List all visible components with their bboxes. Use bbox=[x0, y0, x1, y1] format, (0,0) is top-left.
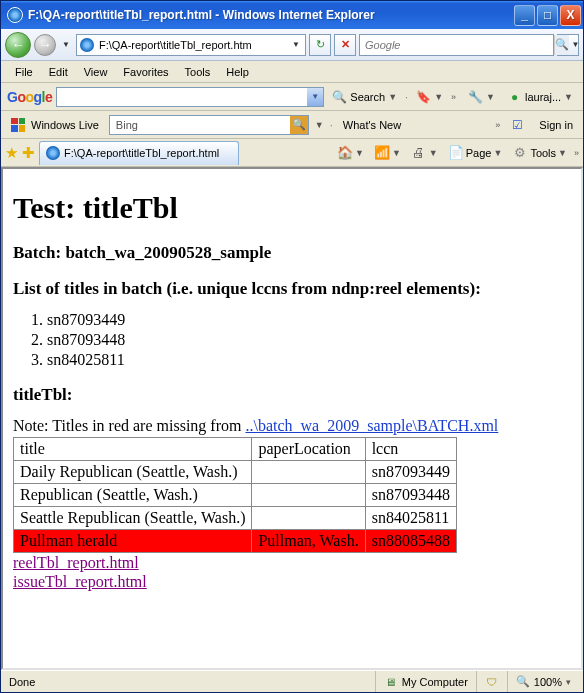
close-button[interactable]: X bbox=[560, 5, 581, 26]
magnifier-icon: 🔍 bbox=[332, 89, 347, 104]
window-title: F:\QA-report\titleTbl_report.html - Wind… bbox=[28, 8, 512, 22]
page-favicon-icon bbox=[80, 38, 94, 52]
google-more-chevron[interactable]: » bbox=[451, 92, 456, 102]
home-button[interactable]: 🏠▼ bbox=[334, 143, 367, 163]
table-header-row: title paperLocation lccn bbox=[14, 438, 457, 461]
google-search-button[interactable]: 🔍 Search ▼ bbox=[328, 87, 401, 106]
back-button[interactable]: ← bbox=[5, 32, 31, 58]
batch-xml-link[interactable]: ..\batch_wa_2009_sample\BATCH.xml bbox=[245, 417, 498, 434]
nav-history-dropdown[interactable]: ▼ bbox=[59, 40, 73, 49]
note-line: Note: Titles in red are missing from ..\… bbox=[13, 417, 571, 435]
list-heading: List of titles in batch (i.e. unique lcc… bbox=[13, 279, 571, 299]
wl-check-button[interactable]: ☑ bbox=[506, 115, 529, 134]
cell-paperlocation bbox=[252, 507, 365, 530]
title-table: title paperLocation lccn Daily Republica… bbox=[13, 437, 457, 553]
cell-title: Republican (Seattle, Wash.) bbox=[14, 484, 252, 507]
status-protected[interactable]: 🛡 bbox=[476, 671, 507, 692]
menu-tools[interactable]: Tools bbox=[177, 63, 219, 81]
forward-button[interactable]: → bbox=[34, 34, 56, 56]
google-user-button[interactable]: ● lauraj... ▼ bbox=[503, 87, 577, 106]
user-status-icon: ● bbox=[507, 89, 522, 104]
page-h1: Test: titleTbl bbox=[13, 191, 571, 225]
google-bookmarks-button[interactable]: 🔖 ▼ bbox=[412, 87, 447, 106]
minimize-button[interactable]: _ bbox=[514, 5, 535, 26]
col-title: title bbox=[14, 438, 252, 461]
address-dropdown[interactable]: ▼ bbox=[289, 40, 303, 49]
signin-label: Sign in bbox=[539, 119, 573, 131]
browser-search-box[interactable] bbox=[359, 34, 554, 56]
wrench-icon: 🔧 bbox=[468, 89, 483, 104]
maximize-button[interactable]: □ bbox=[537, 5, 558, 26]
favorites-star-icon[interactable]: ★ bbox=[5, 144, 18, 162]
menu-edit[interactable]: Edit bbox=[41, 63, 76, 81]
add-favorite-icon[interactable]: ✚ bbox=[22, 144, 35, 162]
batch-heading: Batch: batch_wa_20090528_sample bbox=[13, 243, 571, 263]
status-zone[interactable]: 🖥 My Computer bbox=[375, 671, 476, 692]
bing-search-box[interactable]: 🔍 bbox=[109, 115, 309, 135]
whats-new-button[interactable]: What's New bbox=[339, 117, 405, 133]
page-body: Test: titleTbl Batch: batch_wa_20090528_… bbox=[3, 169, 581, 599]
page-menu-button[interactable]: 📄Page▼ bbox=[445, 143, 506, 163]
google-logo-icon[interactable]: Google bbox=[7, 89, 52, 105]
table-row: Republican (Seattle, Wash.) sn87093448 bbox=[14, 484, 457, 507]
google-wrench-button[interactable]: 🔧 ▼ bbox=[464, 87, 499, 106]
address-input[interactable] bbox=[97, 36, 286, 54]
bing-search-input[interactable] bbox=[114, 118, 290, 132]
reel-report-link[interactable]: reelTbl_report.html bbox=[13, 554, 571, 572]
browser-search-input[interactable] bbox=[363, 38, 551, 52]
google-search-box[interactable]: ▼ bbox=[56, 87, 324, 107]
google-search-label: Search bbox=[350, 91, 385, 103]
issue-report-link[interactable]: issueTbl_report.html bbox=[13, 573, 571, 591]
home-icon: 🏠 bbox=[337, 145, 353, 161]
cell-paperlocation bbox=[252, 461, 365, 484]
menu-help[interactable]: Help bbox=[218, 63, 257, 81]
google-search-dropdown[interactable]: ▼ bbox=[307, 88, 323, 106]
shield-icon: 🛡 bbox=[485, 675, 499, 689]
wl-more-chevron[interactable]: » bbox=[495, 120, 500, 130]
page-icon: 📄 bbox=[448, 145, 464, 161]
chevron-down-icon: ▼ bbox=[388, 92, 397, 102]
status-zoom[interactable]: 🔍 100% ▾ bbox=[507, 671, 579, 692]
cell-lccn: sn84025811 bbox=[365, 507, 456, 530]
active-tab[interactable]: F:\QA-report\titleTbl_report.html bbox=[39, 141, 239, 165]
table-row: Daily Republican (Seattle, Wash.) sn8709… bbox=[14, 461, 457, 484]
print-button[interactable]: 🖨▼ bbox=[408, 143, 441, 163]
tab-title: F:\QA-report\titleTbl_report.html bbox=[64, 147, 219, 159]
cell-title: Seattle Republican (Seattle, Wash.) bbox=[14, 507, 252, 530]
windows-live-label: Windows Live bbox=[31, 119, 99, 131]
cell-lccn: sn88085488 bbox=[365, 530, 456, 553]
windows-live-button[interactable]: Windows Live bbox=[7, 116, 103, 134]
search-go-button[interactable]: 🔍▼ bbox=[557, 34, 579, 56]
check-icon: ☑ bbox=[510, 117, 525, 132]
refresh-button[interactable]: ↻ bbox=[309, 34, 331, 56]
menu-view[interactable]: View bbox=[76, 63, 116, 81]
content-viewport[interactable]: Test: titleTbl Batch: batch_wa_20090528_… bbox=[1, 167, 583, 670]
menu-favorites[interactable]: Favorites bbox=[115, 63, 176, 81]
tab-favicon-icon bbox=[46, 146, 60, 160]
windows-flag-icon bbox=[11, 118, 25, 132]
tools-menu-button[interactable]: ⚙Tools▼ bbox=[509, 143, 570, 163]
magnifier-icon: 🔍 bbox=[554, 35, 569, 55]
feeds-button[interactable]: 📶▼ bbox=[371, 143, 404, 163]
list-item: sn84025811 bbox=[47, 351, 571, 369]
cell-title: Daily Republican (Seattle, Wash.) bbox=[14, 461, 252, 484]
cell-paperlocation: Pullman, Wash. bbox=[252, 530, 365, 553]
printer-icon: 🖨 bbox=[411, 145, 427, 161]
signin-button[interactable]: Sign in bbox=[535, 117, 577, 133]
note-text: Note: Titles in red are missing from bbox=[13, 417, 245, 434]
gear-icon: ⚙ bbox=[512, 145, 528, 161]
whats-new-label: What's New bbox=[343, 119, 401, 131]
google-search-input[interactable] bbox=[57, 91, 307, 103]
menu-file[interactable]: File bbox=[7, 63, 41, 81]
bing-go-button[interactable]: 🔍 bbox=[290, 116, 308, 134]
address-bar[interactable]: ▼ bbox=[76, 34, 306, 56]
chevron-down-icon: ▾ bbox=[566, 677, 571, 687]
page-menu-label: Page bbox=[466, 147, 492, 159]
window-titlebar: F:\QA-report\titleTbl_report.html - Wind… bbox=[1, 1, 583, 29]
stop-button[interactable]: ✕ bbox=[334, 34, 356, 56]
list-item: sn87093448 bbox=[47, 331, 571, 349]
tab-command-bar: ★ ✚ F:\QA-report\titleTbl_report.html 🏠▼… bbox=[1, 139, 583, 167]
rss-icon: 📶 bbox=[374, 145, 390, 161]
cmdbar-more-chevron[interactable]: » bbox=[574, 148, 579, 158]
cell-title: Pullman herald bbox=[14, 530, 252, 553]
